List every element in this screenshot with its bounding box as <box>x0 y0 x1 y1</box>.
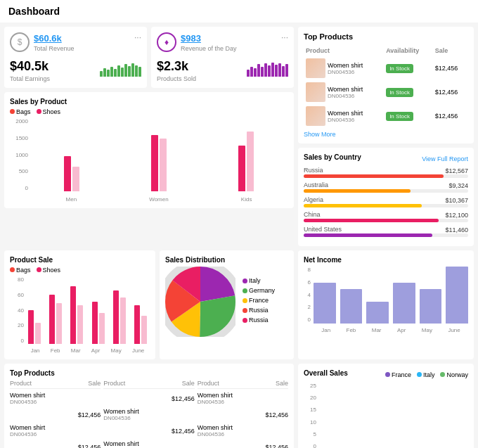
sales-by-product-card: Sales by Product Bags Shoes 200015001000… <box>4 92 294 208</box>
earnings-mini-chart <box>100 63 141 77</box>
col-sale-header3: Sale <box>276 380 288 387</box>
table-row: Women shirtDN004536 In Stock $12,456 <box>304 104 468 128</box>
total-revenue-card: $ $60.6k Total Revenue ··· $40.5k Total … <box>4 27 147 88</box>
day-revenue-label: Revenue of the Day <box>181 45 237 52</box>
total-earnings-label: Total Earnings <box>10 75 50 82</box>
product-sale-legend-shoes: Shoes <box>43 267 61 274</box>
product-sale-card: Product Sale Bags Shoes 806040200 <box>4 250 155 359</box>
total-revenue-label: Total Revenue <box>34 45 75 52</box>
day-revenue-icon: ♦ <box>157 32 176 52</box>
product-id: DN004536 <box>328 117 363 123</box>
total-earnings-amount: $40.5k <box>10 59 50 74</box>
product-sale-price: $12,456 <box>433 80 468 104</box>
country-bars: Russia$12,567 Australia$9,324 Algeria$10… <box>304 167 468 237</box>
sales-chart-x-axis: MenWomenKids <box>30 196 288 203</box>
day-revenue-menu-button[interactable]: ··· <box>281 32 288 42</box>
top-products-bottom-title: Top Products <box>10 369 288 377</box>
col-sale: Sale <box>433 45 468 56</box>
products-sold-amount: $2.3k <box>157 59 196 74</box>
product-sale-x-axis: JanFebMarAprMayJune <box>25 347 150 354</box>
product-sale-chart: 806040200 <box>10 276 150 354</box>
top-products-right-title: Top Products <box>304 32 468 41</box>
product-img <box>306 82 325 102</box>
in-stock-badge: In Stock <box>386 88 413 97</box>
view-full-report-link[interactable]: View Full Report <box>422 155 468 162</box>
in-stock-badge: In Stock <box>386 64 413 73</box>
product-sale-legend-bags: Bags <box>16 267 31 274</box>
product-name: Women shirt <box>328 86 363 93</box>
product-img <box>306 106 325 126</box>
day-revenue-card: ♦ $983 Revenue of the Day ··· $2.3k Prod… <box>151 27 294 88</box>
pie-legend: Italy Germany France Russia Russia <box>243 277 275 326</box>
total-revenue-amount: $60.6k <box>34 33 75 44</box>
table-row: Women shirtDN004536 In Stock $12,456 <box>304 56 468 80</box>
net-income-title: Net Income <box>304 256 468 264</box>
revenue-icon: $ <box>10 32 30 52</box>
revenue-menu-button[interactable]: ··· <box>134 32 141 42</box>
sales-by-country-card: Sales by Country View Full Report Russia… <box>298 148 474 246</box>
net-income-chart: 86420 JanFebMarAprMayJune <box>304 267 468 333</box>
product-id: DN004536 <box>328 69 363 75</box>
product-name: Women shirt <box>328 110 363 117</box>
products-mini-chart <box>247 63 288 77</box>
top-products-bottom-card: Top Products Product Sale Product Sale P… <box>4 364 294 448</box>
products-sold-label: Products Sold <box>157 75 196 82</box>
product-sale-title: Product Sale <box>10 256 150 264</box>
overall-sales-title: Overall Sales <box>304 369 348 377</box>
sales-by-country-title: Sales by Country <box>304 153 361 161</box>
col-product-header2: Product <box>103 380 181 387</box>
top-products-right-table: Product Availability Sale Women shirtDN0… <box>304 45 468 128</box>
day-revenue-amount: $983 <box>181 33 237 44</box>
col-availability: Availability <box>384 45 432 56</box>
sales-by-product-chart: 2000150010005000 <box>10 118 288 203</box>
product-sale-price: $12,456 <box>433 104 468 128</box>
show-more-top-products[interactable]: Show More <box>304 131 336 138</box>
sales-by-product-title: Sales by Product <box>10 98 288 105</box>
col-product: Product <box>304 45 384 56</box>
product-img <box>306 58 325 78</box>
sales-distribution-title: Sales Distribution <box>165 256 288 264</box>
page-title: Dashboard <box>0 0 478 23</box>
overall-sales-card: Overall Sales France Italy Norway 252015… <box>298 364 474 448</box>
in-stock-badge: In Stock <box>386 112 413 121</box>
col-sale-header2: Sale <box>182 380 195 387</box>
table-row: Women shirtDN004536 In Stock $12,456 <box>304 80 468 104</box>
product-sale-price: $12,456 <box>433 56 468 80</box>
top-products-right-card: Top Products Product Availability Sale W… <box>298 27 474 143</box>
net-income-x-axis: JanFebMarAprMayJune <box>314 327 468 333</box>
col-product-header3: Product <box>198 380 276 387</box>
sales-by-product-legend: Bags Shoes <box>10 108 288 115</box>
sales-distribution-card: Sales Distribution Italy <box>160 250 294 359</box>
product-name: Women shirt <box>328 62 363 69</box>
product-id: DN004536 <box>328 93 363 99</box>
col-product-header: Product <box>10 380 88 387</box>
overall-sales-chart: 2520151050 <box>304 383 468 448</box>
pie-chart <box>165 267 235 337</box>
col-sale-header: Sale <box>88 380 101 387</box>
net-income-card: Net Income 86420 JanFebMarAprMayJune <box>298 250 474 359</box>
sales-chart-y-axis: 2000150010005000 <box>10 118 28 191</box>
